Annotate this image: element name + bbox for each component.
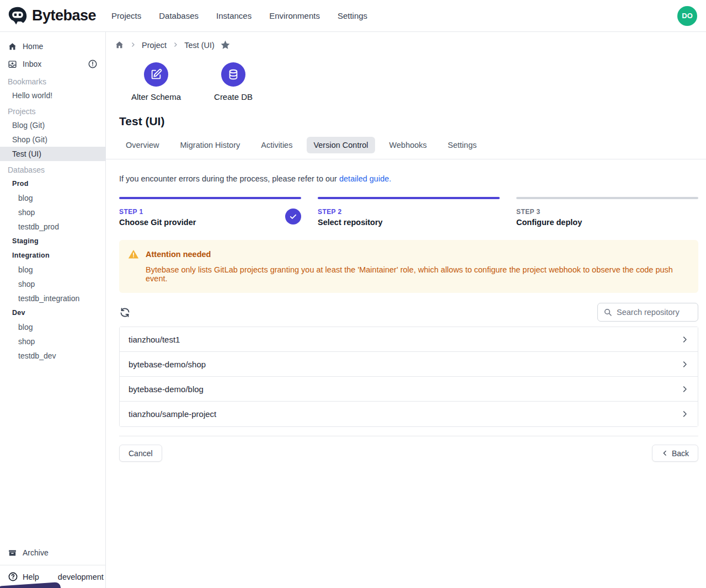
sidebar-item-label: Home: [23, 42, 98, 51]
sidebar-item-database[interactable]: blog: [0, 263, 105, 277]
chevron-right-icon: [681, 335, 689, 344]
sidebar-item-label: Inbox: [23, 60, 82, 68]
repository-name: bytebase-demo/shop: [129, 360, 206, 369]
archive-icon: [8, 548, 17, 558]
sidebar-env-header[interactable]: Integration: [0, 248, 105, 263]
step-title: Configure deploy: [516, 218, 698, 227]
repository-name: tianzhou/sample-project: [129, 409, 216, 419]
chevron-right-icon: [172, 41, 179, 50]
detailed-guide-link[interactable]: detailed guide.: [339, 174, 391, 183]
step: STEP 2 Select repository: [318, 197, 500, 227]
step-title: Select repository: [318, 218, 500, 227]
sidebar-env-header[interactable]: Prod: [0, 177, 105, 191]
wizard-actions: Cancel Back: [119, 445, 698, 462]
bytebase-logo-icon: [8, 6, 28, 26]
back-button[interactable]: Back: [652, 445, 698, 462]
sidebar-item-database[interactable]: testdb_integration: [0, 291, 105, 306]
sidebar-item-database[interactable]: shop: [0, 205, 105, 220]
divider: [119, 436, 698, 436]
warning-triangle-icon: [128, 249, 139, 260]
create-db-button[interactable]: Create DB: [214, 62, 253, 101]
tab[interactable]: Settings: [441, 137, 483, 153]
step-check-icon: [285, 209, 301, 224]
step-bar: [119, 197, 301, 199]
tab[interactable]: Overview: [119, 137, 165, 153]
chevron-right-icon: [130, 41, 136, 50]
sidebar-env-header[interactable]: Dev: [0, 306, 105, 320]
help-label[interactable]: Help: [23, 573, 39, 581]
cancel-button[interactable]: Cancel: [119, 445, 162, 462]
alert-circle-icon: [88, 59, 98, 69]
step-label: STEP 3: [516, 208, 698, 216]
nav-link[interactable]: Projects: [111, 11, 141, 20]
nav-link[interactable]: Databases: [159, 11, 199, 20]
alter-schema-button[interactable]: Alter Schema: [131, 62, 181, 101]
quick-actions: Alter Schema Create DB: [131, 62, 698, 101]
quick-action-label: Alter Schema: [131, 92, 181, 101]
sidebar-item-database[interactable]: shop: [0, 334, 105, 349]
warning-body: Bytebase only lists GitLab projects gran…: [146, 265, 689, 283]
home-icon: [8, 42, 17, 51]
step-label: STEP 1: [119, 208, 301, 216]
divider: [106, 159, 706, 159]
sidebar-item-database[interactable]: testdb_dev: [0, 349, 105, 363]
tab[interactable]: Activities: [254, 137, 299, 153]
repository-row[interactable]: bytebase-demo/shop: [120, 352, 698, 377]
sidebar: Home Inbox Bookmarks Hello world! Projec…: [0, 32, 106, 588]
sidebar-item-bookmark[interactable]: Hello world!: [0, 88, 105, 103]
top-navbar: Bytebase ProjectsDatabasesInstancesEnvir…: [0, 0, 706, 32]
sidebar-section-databases: Databases: [0, 161, 105, 177]
search-input[interactable]: [617, 308, 692, 317]
step: STEP 1 Choose Git provider: [119, 197, 301, 227]
sidebar-item-project[interactable]: Test (UI): [0, 147, 105, 161]
sidebar-item-project[interactable]: Blog (Git): [0, 118, 105, 132]
nav-link[interactable]: Environments: [269, 11, 320, 20]
step-progress: STEP 1 Choose Git provider STEP 2 Select…: [119, 197, 698, 227]
repository-name: bytebase-demo/blog: [129, 384, 204, 394]
help-icon[interactable]: [8, 571, 18, 582]
sidebar-section-projects: Projects: [0, 103, 105, 118]
sidebar-item-database[interactable]: shop: [0, 277, 105, 291]
chevron-right-icon: [681, 360, 689, 368]
sidebar-item-database[interactable]: testdb_prod: [0, 220, 105, 234]
step: STEP 3 Configure deploy: [516, 197, 698, 227]
tab[interactable]: Version Control: [307, 137, 375, 153]
repository-row[interactable]: tianzhou/test1: [120, 327, 698, 352]
breadcrumb: Project Test (UI): [115, 40, 698, 50]
bytebase-logo[interactable]: Bytebase: [8, 6, 96, 26]
breadcrumb-project[interactable]: Project: [142, 41, 167, 50]
inbox-icon: [8, 60, 17, 69]
search-icon: [603, 308, 612, 317]
sidebar-item-archive[interactable]: Archive: [0, 544, 105, 562]
refresh-icon[interactable]: [119, 307, 131, 318]
sidebar-item-home[interactable]: Home: [0, 38, 105, 55]
attention-banner: Attention needed Bytebase only lists Git…: [119, 240, 698, 293]
sidebar-env-list: Prodblogshoptestdb_prodStagingIntegratio…: [0, 177, 105, 363]
step-bar: [318, 197, 500, 199]
sidebar-env-header[interactable]: Staging: [0, 234, 105, 248]
chevron-right-icon: [681, 410, 689, 418]
repository-row[interactable]: tianzhou/sample-project: [120, 402, 698, 426]
sidebar-item-inbox[interactable]: Inbox: [0, 55, 105, 73]
tab[interactable]: Webhooks: [383, 137, 434, 153]
repo-toolbar: [119, 303, 698, 322]
nav-links: ProjectsDatabasesInstancesEnvironmentsSe…: [111, 11, 677, 20]
step-title: Choose Git provider: [119, 218, 301, 227]
user-avatar[interactable]: DO: [677, 6, 697, 26]
guide-text: If you encounter errors during the proce…: [119, 174, 698, 183]
sidebar-item-database[interactable]: blog: [0, 320, 105, 334]
sidebar-item-project[interactable]: Shop (Git): [0, 132, 105, 147]
bookmark-list: Hello world!: [0, 88, 105, 103]
repository-row[interactable]: bytebase-demo/blog: [120, 377, 698, 402]
breadcrumb-home-icon[interactable]: [115, 40, 124, 50]
nav-link[interactable]: Settings: [338, 11, 367, 20]
nav-link[interactable]: Instances: [216, 11, 252, 20]
database-icon: [221, 62, 245, 87]
edit-icon: [144, 62, 168, 87]
sidebar-item-database[interactable]: blog: [0, 191, 105, 205]
favorite-star-icon[interactable]: [220, 40, 231, 50]
page-title: Test (UI): [119, 115, 698, 128]
tab[interactable]: Migration History: [173, 137, 247, 153]
chevron-left-icon: [661, 450, 668, 457]
breadcrumb-current: Test (UI): [184, 41, 215, 50]
